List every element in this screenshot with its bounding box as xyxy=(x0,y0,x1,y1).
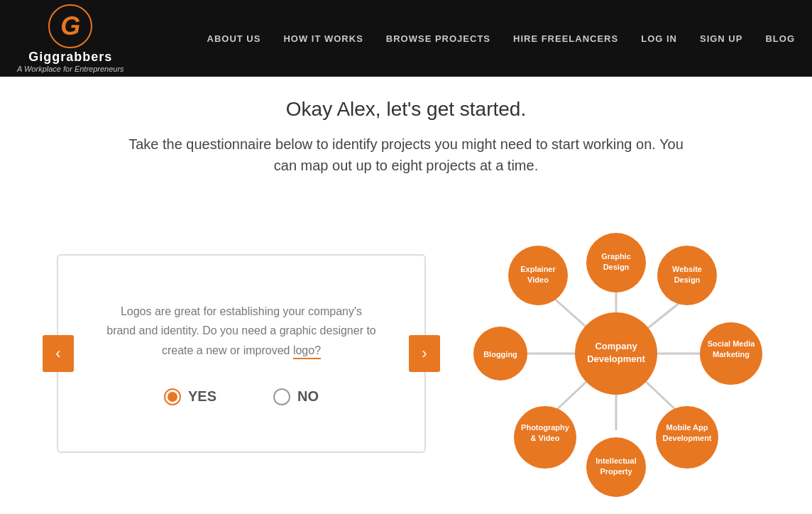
svg-text:Intellectual: Intellectual xyxy=(596,456,636,465)
question-card: ‹ Logos are great for establishing your … xyxy=(57,254,426,453)
svg-text:Property: Property xyxy=(600,467,632,476)
svg-text:Design: Design xyxy=(674,275,701,284)
next-button[interactable]: › xyxy=(409,335,440,372)
logo-name: Giggrabbers xyxy=(28,50,112,65)
svg-text:Blogging: Blogging xyxy=(483,350,517,359)
svg-text:Development: Development xyxy=(662,434,711,442)
svg-text:Mobile App: Mobile App xyxy=(666,423,708,432)
prev-button[interactable]: ‹ xyxy=(43,335,74,372)
nav-how-it-works[interactable]: HOW IT WORKS xyxy=(283,33,363,44)
svg-text:Website: Website xyxy=(672,265,702,273)
header: G Giggrabbers A Workplace for Entreprene… xyxy=(0,0,812,77)
main-content: Okay Alex, let's get started. Take the q… xyxy=(0,77,812,514)
svg-text:Video: Video xyxy=(527,275,549,284)
nav-blog[interactable]: BLOG xyxy=(765,33,795,44)
logo-icon: G xyxy=(60,11,80,41)
diagram-svg: Company Development Graphic Design Websi… xyxy=(454,204,781,503)
main-nav: ABOUT US HOW IT WORKS BROWSE PROJECTS HI… xyxy=(207,33,795,44)
answer-options: YES NO xyxy=(164,388,319,405)
no-radio[interactable] xyxy=(273,388,290,405)
svg-text:Photography: Photography xyxy=(521,423,570,432)
logo-circle: G xyxy=(48,4,92,48)
question-text: Logos are great for establishing your co… xyxy=(106,302,376,360)
page-title: Okay Alex, let's get started. xyxy=(28,98,784,121)
svg-text:Marketing: Marketing xyxy=(713,350,750,359)
svg-text:Social Media: Social Media xyxy=(708,339,756,348)
question-highlight: logo? xyxy=(293,344,321,359)
yes-option[interactable]: YES xyxy=(164,388,216,405)
nav-hire-freelancers[interactable]: HIRE FREELANCERS xyxy=(513,33,618,44)
nav-about-us[interactable]: ABOUT US xyxy=(207,33,261,44)
nav-browse-projects[interactable]: BROWSE PROJECTS xyxy=(386,33,490,44)
no-label: NO xyxy=(297,388,319,405)
no-option[interactable]: NO xyxy=(273,388,319,405)
logo-tagline: A Workplace for Entrepreneurs xyxy=(17,65,124,73)
logo[interactable]: G Giggrabbers A Workplace for Entreprene… xyxy=(17,4,124,73)
svg-text:Design: Design xyxy=(603,263,630,271)
svg-text:Development: Development xyxy=(587,354,645,364)
yes-label: YES xyxy=(188,388,216,405)
nav-log-in[interactable]: LOG IN xyxy=(641,33,677,44)
svg-text:Explainer: Explainer xyxy=(520,265,556,273)
yes-radio[interactable] xyxy=(164,388,181,405)
page-subtitle: Take the questionnaire below to identify… xyxy=(122,133,690,176)
svg-text:Company: Company xyxy=(595,341,637,351)
content-columns: ‹ Logos are great for establishing your … xyxy=(28,204,784,503)
diagram-container: Company Development Graphic Design Websi… xyxy=(454,204,781,503)
svg-text:& Video: & Video xyxy=(531,434,560,442)
svg-text:Graphic: Graphic xyxy=(601,252,631,261)
nav-sign-up[interactable]: SIGN UP xyxy=(700,33,742,44)
